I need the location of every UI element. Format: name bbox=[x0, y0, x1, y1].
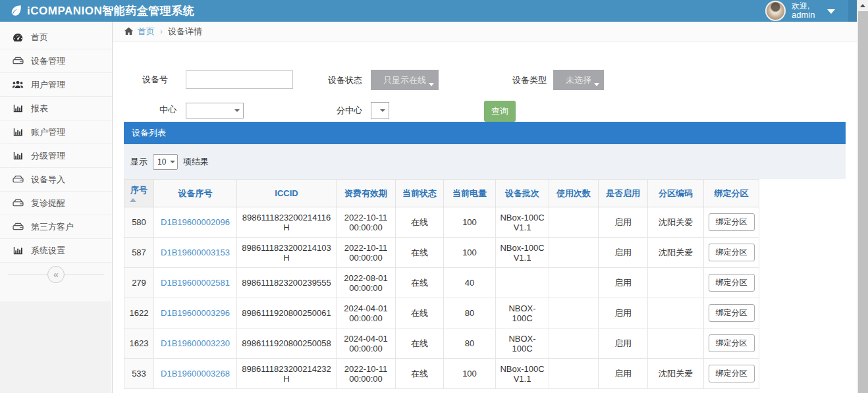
sidebar-item-6[interactable]: 设备导入 bbox=[0, 168, 112, 192]
sidebar-item-1[interactable]: 设备管理 bbox=[0, 49, 112, 73]
device-serial-link[interactable]: D1B19600003268 bbox=[161, 369, 230, 379]
bind-zone-button[interactable]: 绑定分区 bbox=[709, 244, 755, 261]
sidebar-item-4[interactable]: 账户管理 bbox=[0, 120, 112, 144]
zone-code-cell bbox=[648, 328, 704, 359]
valid-until-cell: 2024-04-01 00:00:00 bbox=[337, 298, 396, 328]
scrollbar-thumb[interactable] bbox=[858, 11, 868, 393]
bind-zone-button[interactable]: 绑定分区 bbox=[709, 304, 755, 322]
hdd-icon bbox=[12, 199, 24, 207]
show-label: 显示 bbox=[130, 156, 148, 168]
status-cell: 在线 bbox=[396, 238, 444, 268]
sidebar-collapse: « bbox=[0, 265, 112, 285]
seq-cell: 587 bbox=[124, 238, 154, 268]
enabled-cell: 启用 bbox=[599, 268, 648, 298]
enabled-cell: 启用 bbox=[599, 359, 648, 389]
sidebar-item-3[interactable]: 报表 bbox=[0, 97, 112, 120]
results-label: 项结果 bbox=[183, 156, 209, 168]
bind-zone-button[interactable]: 绑定分区 bbox=[709, 365, 755, 382]
seq-cell: 533 bbox=[124, 359, 154, 389]
column-header-6[interactable]: 设备批次 bbox=[496, 180, 549, 207]
seq-cell: 279 bbox=[124, 268, 154, 298]
column-header-7[interactable]: 使用次数 bbox=[549, 180, 599, 207]
batch-cell: NBox-100C V1.1 bbox=[496, 238, 549, 268]
zone-code-cell: 沈阳关爱 bbox=[648, 207, 704, 238]
device-serial-link[interactable]: D1B19600003296 bbox=[161, 308, 230, 318]
column-header-9[interactable]: 分区编码 bbox=[648, 180, 704, 207]
battery-cell: 80 bbox=[444, 298, 496, 328]
sidebar-item-2[interactable]: 用户管理 bbox=[0, 73, 112, 97]
iccid-cell: 8986111823200214116H bbox=[237, 207, 337, 238]
sidebar-item-5[interactable]: 分级管理 bbox=[0, 144, 112, 168]
chevron-down-icon bbox=[380, 109, 385, 112]
scroll-up-icon bbox=[860, 4, 865, 7]
center-select[interactable] bbox=[186, 103, 244, 118]
enabled-cell: 启用 bbox=[599, 328, 648, 359]
bind-zone-cell: 绑定分区 bbox=[704, 238, 759, 268]
hdd-icon bbox=[12, 175, 24, 184]
column-header-1[interactable]: 设备序号 bbox=[154, 180, 237, 207]
seq-cell: 1623 bbox=[124, 328, 154, 359]
bind-zone-button[interactable]: 绑定分区 bbox=[709, 274, 755, 292]
column-header-3[interactable]: 资费有效期 bbox=[337, 180, 396, 207]
batch-cell: NBOX-100C bbox=[496, 298, 549, 328]
bind-zone-cell: 绑定分区 bbox=[704, 207, 759, 238]
page-size-select[interactable]: 10 bbox=[153, 154, 178, 170]
valid-until-cell: 2022-10-11 00:00:00 bbox=[337, 207, 396, 238]
search-button[interactable]: 查询 bbox=[484, 101, 516, 122]
table-row: 1622D1B196000032968986111920800250061202… bbox=[124, 298, 759, 328]
device-serial-link[interactable]: D1B19600002096 bbox=[161, 217, 230, 227]
battery-cell: 40 bbox=[444, 268, 496, 298]
sidebar-item-7[interactable]: 复诊提醒 bbox=[0, 192, 112, 215]
serial-cell: D1B19600003296 bbox=[154, 298, 237, 328]
bind-zone-cell: 绑定分区 bbox=[704, 298, 759, 328]
bind-zone-cell: 绑定分区 bbox=[704, 359, 759, 389]
caret-down-icon bbox=[594, 83, 599, 86]
scroll-up-button[interactable] bbox=[857, 0, 868, 11]
sidebar-item-9[interactable]: 系统设置 bbox=[0, 239, 112, 263]
table-row: 580D1B196000020968986111823200214116H202… bbox=[124, 207, 759, 238]
device-no-input[interactable] bbox=[186, 70, 293, 89]
device-type-label: 设备类型 bbox=[495, 70, 547, 90]
home-icon bbox=[124, 27, 134, 36]
sidebar-item-8[interactable]: 第三方客户 bbox=[0, 215, 112, 239]
batch-cell bbox=[496, 268, 549, 298]
app-header: iCOMPANION智能药盒管理系统 欢迎, admin bbox=[0, 0, 857, 22]
bind-zone-button[interactable]: 绑定分区 bbox=[709, 334, 755, 352]
breadcrumb: 首页 › 设备详情 bbox=[113, 22, 857, 41]
device-type-dropdown[interactable]: 未选择 bbox=[553, 70, 604, 90]
header-edge bbox=[848, 0, 857, 22]
column-header-0[interactable]: 序号 bbox=[124, 180, 154, 207]
usage-count-cell bbox=[549, 207, 599, 238]
valid-until-cell: 2022-08-01 00:00:00 bbox=[337, 268, 396, 298]
device-list-panel: 设备列表 显示 10 项结果 序号设备序号ICCID资费有效期当前状态当前电量设… bbox=[124, 122, 846, 389]
serial-cell: D1B19600003153 bbox=[154, 238, 237, 268]
avatar[interactable] bbox=[765, 1, 786, 21]
column-header-5[interactable]: 当前电量 bbox=[444, 180, 496, 207]
bind-zone-button[interactable]: 绑定分区 bbox=[709, 213, 755, 231]
breadcrumb-home-link[interactable]: 首页 bbox=[138, 26, 155, 38]
column-header-4[interactable]: 当前状态 bbox=[396, 180, 444, 207]
iccid-cell: 8986111920800250058 bbox=[237, 328, 337, 359]
chevron-down-icon bbox=[827, 9, 835, 14]
device-serial-link[interactable]: D1B19600002581 bbox=[161, 278, 230, 288]
iccid-cell: 8986111920800250061 bbox=[237, 298, 337, 328]
sidebar-item-0[interactable]: 首页 bbox=[0, 26, 112, 49]
device-serial-link[interactable]: D1B19600003230 bbox=[161, 338, 230, 348]
device-status-dropdown[interactable]: 只显示在线 bbox=[371, 70, 439, 90]
subcenter-select[interactable] bbox=[371, 102, 389, 119]
device-serial-link[interactable]: D1B19600003153 bbox=[161, 248, 230, 257]
center-label: 中心 bbox=[139, 102, 176, 118]
status-cell: 在线 bbox=[396, 359, 444, 389]
enabled-cell: 启用 bbox=[599, 238, 648, 268]
collapse-sidebar-button[interactable]: « bbox=[47, 266, 65, 283]
table-body: 580D1B196000020968986111823200214116H202… bbox=[124, 207, 759, 389]
table-header-row: 序号设备序号ICCID资费有效期当前状态当前电量设备批次使用次数是否启用分区编码… bbox=[124, 180, 759, 207]
column-header-8[interactable]: 是否启用 bbox=[599, 180, 648, 207]
users-icon bbox=[12, 80, 24, 89]
device-table: 序号设备序号ICCID资费有效期当前状态当前电量设备批次使用次数是否启用分区编码… bbox=[124, 179, 759, 389]
usage-count-cell bbox=[549, 328, 599, 359]
app-title: iCOMPANION智能药盒管理系统 bbox=[27, 0, 194, 22]
column-header-10[interactable]: 绑定分区 bbox=[704, 180, 759, 207]
column-header-2[interactable]: ICCID bbox=[237, 180, 337, 207]
user-menu[interactable]: 欢迎, admin bbox=[760, 0, 846, 22]
